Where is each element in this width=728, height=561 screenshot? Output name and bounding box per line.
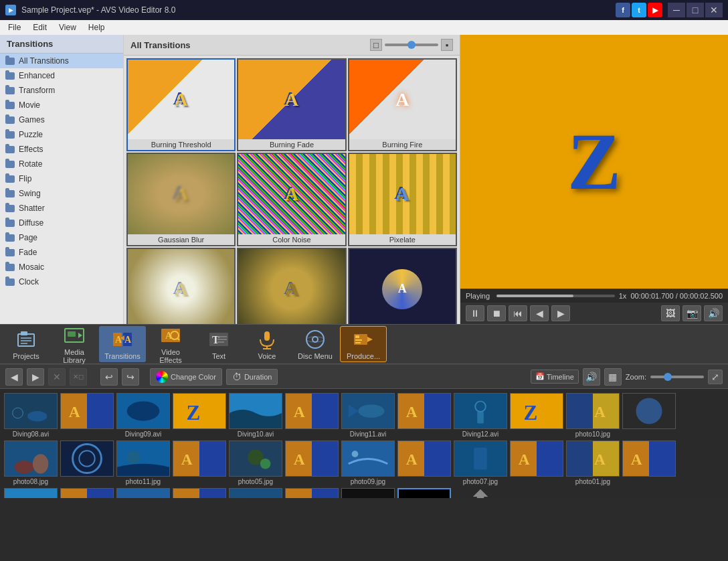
forward-button[interactable]: ▶ xyxy=(27,368,44,386)
progress-slider[interactable] xyxy=(496,295,615,297)
media-item-transition-z1[interactable]: Z xyxy=(173,393,226,438)
large-size-button[interactable]: ▪ xyxy=(441,39,453,51)
nav-page[interactable]: Page xyxy=(0,230,123,245)
media-item-photo06[interactable]: photo06.jpg xyxy=(229,488,282,498)
size-slider[interactable] xyxy=(385,44,438,46)
audio-button[interactable]: 🔊 xyxy=(583,368,600,386)
undo-button[interactable]: ↩ xyxy=(100,368,118,386)
transition-burning-threshold[interactable]: A Burning Threshold xyxy=(126,58,236,151)
media-item-transition-5[interactable]: A xyxy=(173,440,226,485)
camera-button[interactable]: 📷 xyxy=(682,305,701,321)
media-item-transition-6[interactable]: A xyxy=(285,440,339,485)
media-item-photo11[interactable]: photo11.jpg xyxy=(116,440,170,485)
clear-button[interactable]: ✕◻ xyxy=(70,368,87,386)
nav-swing[interactable]: Swing xyxy=(0,186,123,201)
volume-button[interactable]: 🔊 xyxy=(704,305,723,321)
close-button[interactable]: ✕ xyxy=(705,3,723,17)
transition-flash-dark[interactable]: A Flash Dark xyxy=(237,248,346,324)
media-item-transition-12[interactable]: A xyxy=(285,488,339,498)
media-item-photo02[interactable]: photo02.jpg xyxy=(341,488,395,498)
small-size-button[interactable]: □ xyxy=(370,39,382,51)
next-frame-button[interactable]: ▶ xyxy=(551,305,570,321)
media-item-diving10[interactable]: Diving10.avi xyxy=(229,393,282,438)
minimize-button[interactable]: ─ xyxy=(668,3,685,17)
grid-button[interactable]: ▦ xyxy=(604,368,622,386)
media-item-diving12[interactable]: Diving12.avi xyxy=(454,393,507,438)
nav-effects[interactable]: Effects xyxy=(0,142,123,157)
media-item-transition-9[interactable]: A xyxy=(622,440,676,485)
nav-clock[interactable]: Clock xyxy=(0,274,123,289)
menu-file[interactable]: File xyxy=(3,21,26,33)
nav-fade[interactable]: Fade xyxy=(0,245,123,260)
media-item-transition-circle[interactable] xyxy=(60,440,114,485)
menu-edit[interactable]: Edit xyxy=(27,21,52,33)
media-item-diving09[interactable]: Diving09.avi xyxy=(116,393,170,438)
nav-puzzle[interactable]: Puzzle xyxy=(0,127,123,142)
stop-button[interactable]: ⏹ xyxy=(487,305,506,321)
nav-rotate[interactable]: Rotate xyxy=(0,157,123,171)
media-item-photo09[interactable]: photo09.jpg xyxy=(341,440,395,485)
timeline-view-button[interactable]: 📅 Timeline xyxy=(531,370,579,384)
menu-help[interactable]: Help xyxy=(83,21,110,33)
change-color-button[interactable]: Change Color xyxy=(150,368,222,386)
rewind-button[interactable]: ⏮ xyxy=(509,305,527,321)
menu-view[interactable]: View xyxy=(54,21,82,33)
twitter-icon[interactable]: t xyxy=(632,3,646,17)
media-item-diving11[interactable]: Diving11.avi xyxy=(341,393,395,438)
media-item-photo03[interactable]: photo03.jpg xyxy=(4,488,58,498)
media-item-selected-black[interactable]: (0, 0, 0) xyxy=(397,488,451,498)
media-item-transition-8[interactable]: A xyxy=(510,440,563,485)
prev-frame-button[interactable]: ◀ xyxy=(530,305,549,321)
tool-produce[interactable]: Produce... xyxy=(340,326,387,362)
nav-enhanced[interactable]: Enhanced xyxy=(0,68,123,83)
tool-voice[interactable]: Voice xyxy=(244,326,290,362)
nav-games[interactable]: Games xyxy=(0,112,123,127)
media-item-transition-1[interactable]: A xyxy=(60,393,114,438)
transition-burning-fade[interactable]: A Burning Fade xyxy=(237,58,346,151)
tool-projects[interactable]: Projects xyxy=(3,326,50,362)
tool-transitions[interactable]: A A Transitions xyxy=(99,326,146,362)
nav-transform[interactable]: Transform xyxy=(0,83,123,98)
delete-button[interactable]: ✕ xyxy=(48,368,66,386)
back-button[interactable]: ◀ xyxy=(5,368,23,386)
nav-mosaic[interactable]: Mosaic xyxy=(0,260,123,274)
pause-button[interactable]: ⏸ xyxy=(466,305,484,321)
duration-button[interactable]: ⏱ Duration xyxy=(226,369,278,385)
media-item-transition-z2[interactable]: Z xyxy=(510,393,563,438)
media-item-transition-11[interactable]: A xyxy=(173,488,226,498)
nav-all-transitions[interactable]: All Transitions xyxy=(0,54,123,68)
tool-video-effects[interactable]: A Video Effects xyxy=(147,326,194,362)
transition-color-noise[interactable]: A Color Noise xyxy=(237,153,346,246)
expand-button[interactable]: ⤢ xyxy=(708,370,723,384)
media-item-photo08[interactable]: photo08.jpg xyxy=(4,440,58,485)
facebook-icon[interactable]: f xyxy=(616,3,630,17)
nav-shatter[interactable]: Shatter xyxy=(0,201,123,216)
media-item-photo10[interactable]: A photo10.jpg xyxy=(566,393,620,438)
screenshot-button[interactable]: 🖼 xyxy=(661,305,680,321)
media-item-transition-3[interactable]: A xyxy=(397,393,451,438)
zoom-slider[interactable] xyxy=(650,376,704,378)
transition-twirl-clockwise[interactable]: A Twirl Clockwise xyxy=(348,248,457,324)
transition-pixelate[interactable]: A Pixelate xyxy=(348,153,457,246)
transition-burning-fire[interactable]: A Burning Fire xyxy=(348,58,457,151)
tool-media-library[interactable]: Media Library xyxy=(51,326,98,362)
redo-button[interactable]: ↪ xyxy=(122,368,139,386)
maximize-button[interactable]: □ xyxy=(687,3,704,17)
media-item-transition-7[interactable]: A xyxy=(397,440,451,485)
media-item-transition-4[interactable] xyxy=(622,393,676,438)
media-item-transition-2[interactable]: A xyxy=(285,393,339,438)
media-item-photo05[interactable]: photo05.jpg xyxy=(229,440,282,485)
media-item-transition-10[interactable]: A xyxy=(60,488,114,498)
nav-flip[interactable]: Flip xyxy=(0,171,123,186)
media-item-photo04[interactable]: photo04.jpg xyxy=(116,488,170,498)
media-item-diving08[interactable]: Diving08.avi xyxy=(4,393,58,438)
tool-disc-menu[interactable]: Disc Menu xyxy=(292,326,339,362)
media-item-photo01[interactable]: A photo01.jpg xyxy=(566,440,620,485)
transition-gaussian-blur[interactable]: A Gaussian Blur xyxy=(126,153,236,246)
nav-movie[interactable]: Movie xyxy=(0,98,123,112)
youtube-icon[interactable]: ▶ xyxy=(648,3,662,17)
transition-flash-light[interactable]: A Flash Light xyxy=(126,248,236,324)
nav-diffuse[interactable]: Diffuse xyxy=(0,216,123,230)
media-item-photo07[interactable]: photo07.jpg xyxy=(454,440,507,485)
tool-text[interactable]: T Text xyxy=(195,326,242,362)
